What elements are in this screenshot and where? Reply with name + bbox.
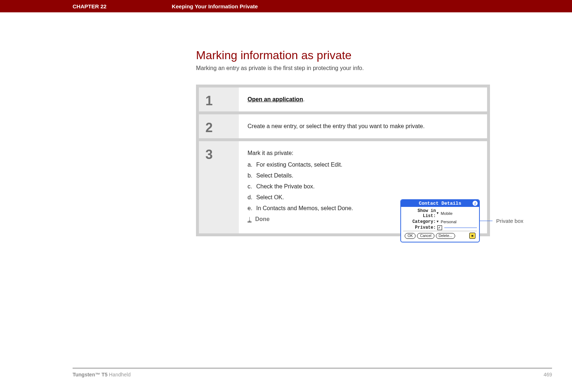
private-field: Private: ✓: [403, 225, 477, 230]
chapter-number-label: CHAPTER 22: [73, 3, 106, 9]
substep-letter: e.: [248, 205, 256, 212]
product-name-rest: Handheld: [107, 372, 131, 377]
steps-container: 1 Open an application. 2 Create a new en…: [196, 85, 490, 236]
field-label: Private:: [403, 225, 436, 230]
step-body: Open an application.: [239, 87, 487, 111]
step-text: Create a new entry, or select the entry …: [248, 123, 478, 130]
show-in-list-field: Show in List: ▼ Mobile: [403, 208, 477, 219]
page-title: Marking information as private: [196, 49, 490, 62]
done-label: Done: [255, 216, 270, 222]
arrow-down-icon: ↓: [248, 216, 252, 222]
step-body: Create a new entry, or select the entry …: [239, 114, 487, 138]
contact-details-dialog: Contact Details i Show in List: ▼ Mobile: [400, 199, 480, 242]
substep-letter: d.: [248, 194, 256, 201]
substep: d. Select OK.: [248, 194, 364, 201]
open-application-link[interactable]: Open an application: [248, 96, 303, 102]
step-row-3: 3 Mark it as private: a. For existing Co…: [199, 141, 487, 233]
substeps-list: a. For existing Contacts, select Edit. b…: [248, 162, 364, 212]
substep-text: Check the Private box.: [256, 183, 315, 190]
substep-letter: c.: [248, 183, 256, 190]
dialog-callout-group: Contact Details i Show in List: ▼ Mobile: [400, 199, 523, 242]
note-icon[interactable]: ▣: [469, 233, 475, 239]
substep: c. Check the Private box.: [248, 183, 364, 190]
substep-letter: b.: [248, 172, 256, 179]
field-value[interactable]: Personal: [441, 220, 456, 224]
substep-letter: a.: [248, 162, 256, 168]
callout-connector-line: [444, 228, 477, 228]
product-name-bold: Tungsten™ T5: [73, 372, 107, 377]
substep-text: For existing Contacts, select Edit.: [256, 162, 342, 168]
chapter-header: CHAPTER 22 Keeping Your Information Priv…: [0, 0, 572, 12]
callout-label: Private box: [496, 218, 523, 224]
info-icon[interactable]: i: [473, 201, 478, 206]
step-number: 2: [199, 114, 239, 138]
chevron-down-icon[interactable]: ▼: [437, 220, 438, 224]
text-suffix: .: [303, 96, 305, 102]
substep: e. In Contacts and Memos, select Done.: [248, 205, 364, 212]
field-label: Show in List:: [403, 208, 436, 219]
dialog-title-text: Contact Details: [419, 201, 461, 206]
product-name: Tungsten™ T5 Handheld: [73, 372, 131, 377]
step-row-1: 1 Open an application.: [199, 87, 487, 111]
cancel-button[interactable]: Cancel: [417, 233, 434, 239]
page-footer: Tungsten™ T5 Handheld 469: [73, 368, 552, 377]
substep-text: Select OK.: [256, 194, 284, 201]
field-value[interactable]: Mobile: [441, 211, 452, 216]
substep-text: Select Details.: [256, 172, 293, 179]
delete-button[interactable]: Delete...: [436, 233, 455, 239]
step-number: 1: [199, 87, 239, 111]
step-intro: Mark it as private:: [248, 150, 478, 156]
private-checkbox[interactable]: ✓: [437, 225, 442, 230]
step-row-2: 2 Create a new entry, or select the entr…: [199, 114, 487, 138]
ok-button[interactable]: OK: [405, 233, 416, 239]
page-number: 469: [544, 372, 552, 377]
substep-text: In Contacts and Memos, select Done.: [256, 205, 353, 212]
callout-connector-line: [480, 221, 493, 221]
category-field: Category: ▼ Personal: [403, 219, 477, 224]
chevron-down-icon[interactable]: ▼: [437, 212, 438, 215]
page-subtitle: Marking an entry as private is the first…: [196, 65, 490, 72]
substep: b. Select Details.: [248, 172, 364, 179]
step-number: 3: [199, 141, 239, 233]
substep: a. For existing Contacts, select Edit.: [248, 162, 364, 168]
callout: Private box: [480, 218, 523, 224]
chapter-title: Keeping Your Information Private: [172, 3, 258, 9]
step-body: Mark it as private: a. For existing Cont…: [239, 141, 487, 233]
dialog-titlebar: Contact Details i: [401, 200, 479, 207]
field-label: Category:: [403, 219, 436, 224]
